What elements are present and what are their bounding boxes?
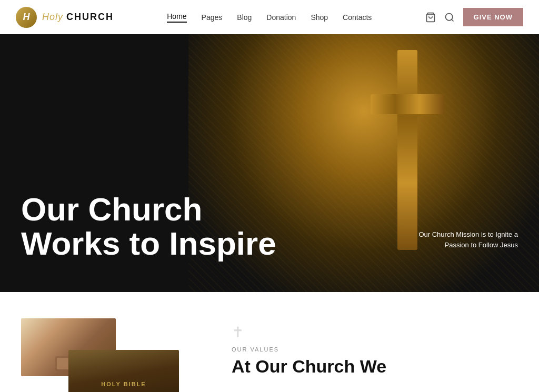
nav-item-home[interactable]: Home [167, 12, 186, 23]
nav-item-pages[interactable]: Pages [202, 13, 223, 22]
photo-collage: HOLY BIBLE [21, 318, 200, 392]
hero-content: Our Church Works to Inspire [21, 192, 276, 260]
nav-item-contacts[interactable]: Contacts [343, 13, 372, 22]
cross-image [350, 50, 465, 250]
values-right-content: ✝ OUR VALUES At Our Church We [232, 318, 518, 392]
hero-title: Our Church Works to Inspire [21, 192, 276, 260]
hero-mission-text: Our Church Mission is to Ignite a Passio… [413, 229, 518, 250]
our-values-eyebrow: OUR VALUES [232, 346, 518, 353]
header-actions: GIVE NOW [425, 8, 523, 26]
svg-point-1 [445, 13, 452, 20]
photo-bottom-inner: HOLY BIBLE [68, 350, 179, 392]
logo-icon: H [16, 7, 37, 28]
cart-button[interactable] [425, 12, 436, 23]
photo-bottom: HOLY BIBLE [68, 350, 179, 392]
values-section: HOLY BIBLE ✝ OUR VALUES At Our Church We [0, 292, 539, 392]
logo-area[interactable]: H Holy CHURCH [16, 7, 114, 28]
main-nav: Home Pages Blog Donation Shop Contacts [167, 12, 372, 23]
search-button[interactable] [444, 12, 455, 23]
nav-item-donation[interactable]: Donation [266, 13, 296, 22]
cross-horizontal-bar [371, 94, 444, 114]
nav-item-shop[interactable]: Shop [311, 13, 328, 22]
hero-section: Our Church Works to Inspire Our Church M… [0, 34, 539, 292]
site-header: H Holy CHURCH Home Pages Blog Donation S… [0, 0, 539, 34]
cross-icon-small: ✝ [232, 324, 518, 341]
logo-text: Holy CHURCH [42, 12, 114, 23]
bible-label: HOLY BIBLE [101, 381, 146, 387]
cross-vertical-bar [397, 50, 417, 250]
svg-line-2 [451, 19, 453, 21]
nav-item-blog[interactable]: Blog [237, 13, 252, 22]
give-now-button[interactable]: GIVE NOW [463, 8, 523, 26]
at-our-church-heading: At Our Church We [232, 357, 518, 376]
